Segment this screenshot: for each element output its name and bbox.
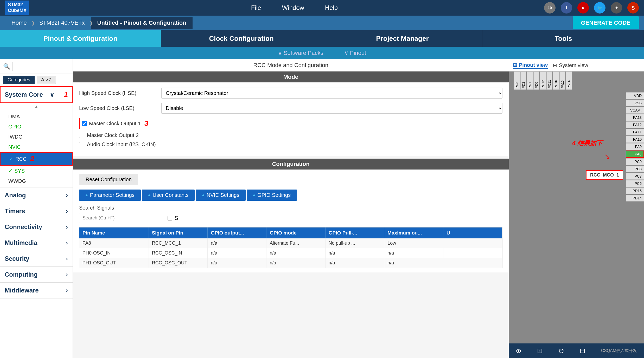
multimedia-chevron: › bbox=[66, 239, 68, 246]
tab-gpio-settings[interactable]: ● GPIO Settings bbox=[247, 190, 297, 201]
audio-checkbox[interactable] bbox=[79, 142, 84, 147]
show-only-checkbox[interactable] bbox=[168, 216, 172, 220]
pin-pa11[interactable]: PA11 bbox=[626, 129, 644, 135]
td-ph0-u bbox=[443, 248, 502, 258]
breadcrumb-project[interactable]: Untitled - Pinout & Configuration bbox=[91, 17, 193, 29]
pin-pa13[interactable]: PA13 bbox=[626, 114, 644, 121]
mco2-label: Master Clock Output 2 bbox=[87, 132, 139, 138]
menu-file[interactable]: File bbox=[251, 4, 261, 11]
td-pa8-u bbox=[443, 238, 502, 248]
reset-configuration-button[interactable]: Reset Configuration bbox=[79, 174, 138, 185]
pin-pa8[interactable]: PA8 bbox=[626, 151, 644, 158]
pin-top-pa14[interactable]: PA14 bbox=[566, 71, 572, 90]
th-signal: Signal on Pin bbox=[149, 227, 208, 238]
sidebar-item-nvic[interactable]: NVIC bbox=[0, 142, 73, 152]
pin-pa10[interactable]: PA10 bbox=[626, 136, 644, 143]
categories-button[interactable]: Categories bbox=[3, 76, 35, 84]
pin-top-pc11[interactable]: PC11 bbox=[546, 71, 552, 90]
tab-project[interactable]: Project Manager bbox=[322, 30, 483, 47]
pin-top-pc12[interactable]: PC12 bbox=[540, 71, 546, 90]
pin-top-pa15[interactable]: PA15 bbox=[559, 71, 565, 90]
connectivity-chevron: › bbox=[66, 223, 68, 231]
connectivity-label: Connectivity bbox=[5, 223, 42, 231]
sidebar-item-wwdg[interactable]: WWDG bbox=[0, 176, 73, 186]
sidebar-item-gpio[interactable]: GPIO bbox=[0, 122, 73, 132]
tab-user-constants[interactable]: ● User Constants bbox=[142, 190, 195, 201]
system-core-header[interactable]: System Core ∨ 1 bbox=[0, 86, 73, 103]
search-icon: 🔍 bbox=[3, 63, 10, 70]
sidebar-item-dma[interactable]: DMA bbox=[0, 112, 73, 122]
pin-top-pd0[interactable]: PD0 bbox=[533, 71, 539, 90]
rcc-panel-title: RCC Mode and Configuration bbox=[73, 59, 509, 71]
frame-icon[interactable]: ⊡ bbox=[537, 347, 543, 355]
tab-parameter-settings[interactable]: ● Parameter Settings bbox=[79, 190, 141, 201]
table-row: PA8 RCC_MCO_1 n/a Alternate Fu... No pul… bbox=[79, 238, 502, 248]
td-pa8-gpio-pull: No pull-up ... bbox=[326, 238, 384, 248]
sidebar-section-security: Security › bbox=[0, 251, 73, 267]
middleware-header[interactable]: Middleware › bbox=[0, 283, 73, 298]
sidebar-item-rcc[interactable]: ✓ RCC 2 bbox=[0, 152, 73, 166]
pin-pa9[interactable]: PA9 bbox=[626, 143, 644, 150]
sidebar-item-sys[interactable]: ✓ SYS bbox=[0, 166, 73, 176]
connectivity-header[interactable]: Connectivity › bbox=[0, 219, 73, 235]
search-input[interactable] bbox=[12, 62, 73, 71]
mco2-checkbox[interactable] bbox=[79, 133, 84, 138]
table-row: PH1-OSC_OUT RCC_OSC_OUT n/a n/a n/a n/a bbox=[79, 258, 502, 268]
timers-header[interactable]: Timers › bbox=[0, 203, 73, 219]
pinout-view-tab[interactable]: ⊞ Pinout view bbox=[513, 62, 548, 69]
pin-vdd[interactable]: VDD bbox=[626, 92, 644, 99]
sidebar-item-iwdg[interactable]: IWDG bbox=[0, 132, 73, 142]
pin-pc9[interactable]: PC9 bbox=[626, 158, 644, 165]
tab-clock[interactable]: Clock Configuration bbox=[161, 30, 322, 47]
sidebar-search-area: 🔍 ⚙ bbox=[0, 59, 73, 74]
pin-pc7[interactable]: PC7 bbox=[626, 173, 644, 180]
tab-nvic-settings[interactable]: ● NVIC Settings bbox=[196, 190, 245, 201]
mode-section-header: Mode bbox=[73, 71, 509, 82]
annotation-1: 1 bbox=[64, 90, 68, 99]
td-pa8-gpio-mode: Alternate Fu... bbox=[266, 238, 325, 248]
pin-top-pd2[interactable]: PD2 bbox=[520, 71, 526, 90]
computing-header[interactable]: Computing › bbox=[0, 267, 73, 282]
document-icon[interactable]: ⊟ bbox=[580, 347, 585, 355]
lse-select[interactable]: Disable bbox=[161, 103, 502, 114]
breadcrumb-device[interactable]: STM32F407VETx bbox=[33, 17, 91, 29]
system-view-tab[interactable]: ⊟ System view bbox=[553, 62, 588, 68]
tab-dot-4: ● bbox=[253, 193, 256, 198]
pin-pa12[interactable]: PA12 bbox=[626, 121, 644, 128]
pin-top-pd1[interactable]: PD1 bbox=[527, 71, 533, 90]
pin-vss[interactable]: VSS bbox=[626, 100, 644, 106]
pin-pc6[interactable]: PC6 bbox=[626, 180, 644, 187]
sidebar-section-connectivity: Connectivity › bbox=[0, 219, 73, 235]
generate-code-button[interactable]: GENERATE CODE bbox=[573, 16, 639, 29]
signal-search-input[interactable] bbox=[79, 213, 157, 223]
analog-header[interactable]: Analog › bbox=[0, 187, 73, 203]
zoom-in-icon[interactable]: ⊕ bbox=[516, 347, 521, 355]
zoom-out-icon[interactable]: ⊖ bbox=[558, 347, 564, 355]
pin-pd15[interactable]: PD15 bbox=[626, 187, 644, 194]
pin-pd14[interactable]: PD14 bbox=[626, 195, 644, 201]
annotation-4-arrow: ↘ bbox=[604, 152, 610, 161]
breadcrumb-home[interactable]: Home bbox=[5, 17, 33, 29]
tab-tools[interactable]: Tools bbox=[483, 30, 644, 47]
az-button[interactable]: A->Z bbox=[37, 76, 56, 84]
computing-label: Computing bbox=[5, 271, 38, 278]
hse-select[interactable]: Crystal/Ceramic Resonator bbox=[161, 88, 502, 99]
mco1-checkbox[interactable] bbox=[82, 121, 87, 126]
pin-vcap[interactable]: VCAP.. bbox=[626, 107, 644, 114]
sub-tab-software-packs[interactable]: ∨Software Packs bbox=[278, 50, 323, 56]
network-icon: ✦ bbox=[611, 2, 622, 14]
timers-label: Timers bbox=[5, 207, 25, 215]
tab-pinout[interactable]: Pinout & Configuration bbox=[0, 30, 161, 47]
multimedia-header[interactable]: Multimedia › bbox=[0, 235, 73, 251]
pin-pc8[interactable]: PC8 bbox=[626, 166, 644, 172]
security-header[interactable]: Security › bbox=[0, 251, 73, 266]
audio-label: Audio Clock Input (I2S_CKIN) bbox=[87, 141, 156, 147]
pin-top-pd3[interactable]: PD3 bbox=[514, 71, 520, 90]
menu-help[interactable]: Help bbox=[325, 4, 338, 11]
show-only-checkbox-row: S bbox=[168, 215, 178, 222]
sidebar: 🔍 ⚙ Categories A->Z System Core ∨ 1 ▲ DM… bbox=[0, 59, 73, 358]
right-pins: VDD VSS VCAP.. PA13 PA12 PA11 PA10 PA9 P… bbox=[626, 92, 644, 201]
pin-top-pc10[interactable]: PC10 bbox=[553, 71, 559, 90]
menu-window[interactable]: Window bbox=[282, 4, 304, 11]
sub-tab-pinout[interactable]: ∨Pinout bbox=[344, 50, 366, 56]
